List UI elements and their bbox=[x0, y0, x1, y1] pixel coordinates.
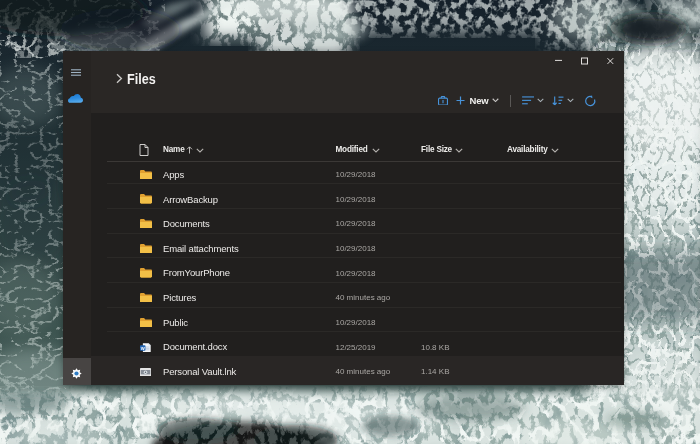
svg-text:W: W bbox=[141, 345, 145, 350]
